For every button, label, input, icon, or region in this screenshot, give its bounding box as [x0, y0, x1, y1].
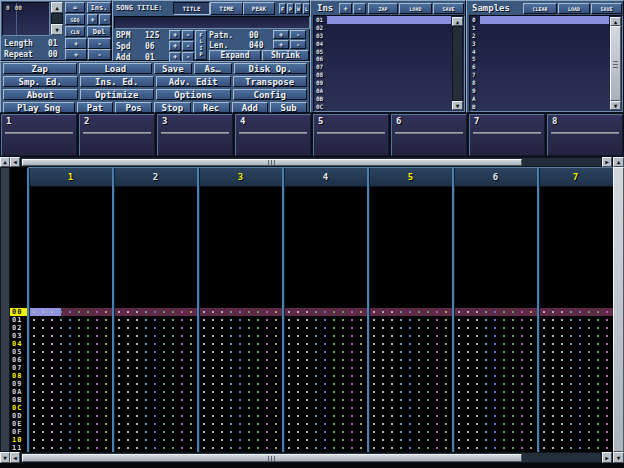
sample-list[interactable]: ▲ ▼ 0123456789AB [469, 15, 623, 112]
channel-header-3[interactable]: 3 [198, 167, 283, 187]
instrument-row-name-cell[interactable] [327, 79, 451, 87]
spd-minus-button[interactable]: - [182, 41, 194, 51]
ins-scroll-up-icon[interactable]: ▲ [452, 17, 463, 26]
right-scroll-up-icon[interactable]: ▲ [613, 157, 624, 167]
pattern-scroll-right-icon[interactable]: ▶ [602, 452, 612, 463]
samples-scroll-up-icon[interactable]: ▲ [610, 17, 621, 26]
instrument-row[interactable]: 03 [314, 32, 464, 40]
sample-row[interactable]: 5 [470, 55, 622, 63]
pattern-scroll-down-icon[interactable]: ▼ [0, 452, 10, 463]
pattern-hscrollbar-thumb[interactable] [22, 454, 522, 462]
tab-title[interactable]: TITLE [173, 2, 210, 15]
mini-button-f[interactable]: F [279, 3, 286, 14]
length-minus-button[interactable]: - [88, 38, 111, 49]
instrument-row-name-cell[interactable] [327, 55, 451, 63]
pattern-vscrollbar-thumb[interactable] [613, 167, 624, 452]
sample-row-name-cell[interactable] [480, 55, 609, 63]
shrink-button[interactable]: Shrink [262, 50, 309, 61]
spd-plus-button[interactable]: + [169, 41, 181, 51]
length-plus-button[interactable]: + [65, 38, 87, 49]
samples-save-button[interactable]: SAVE [591, 3, 622, 14]
instrument-row-name-cell[interactable] [327, 40, 451, 48]
order-assign-button[interactable]: = [65, 2, 85, 13]
samples-clear-button[interactable]: CLEAR [523, 3, 557, 14]
tab-peak[interactable]: PEAK [243, 2, 275, 15]
ins-load-button[interactable]: LOAD [399, 3, 432, 14]
order-scroll-down-icon[interactable]: ▼ [51, 24, 63, 35]
menu-button-config[interactable]: Config [233, 89, 308, 100]
menu-button-save[interactable]: Save [154, 63, 192, 74]
instrument-row-name-cell[interactable] [327, 71, 451, 79]
pattern-scroll-left-icon[interactable]: ◀ [10, 452, 20, 463]
samples-load-button[interactable]: LOAD [558, 3, 590, 14]
sample-row-name-cell[interactable] [480, 48, 609, 56]
instrument-slot-6[interactable]: 6 [391, 114, 467, 156]
ins-plus-button[interactable]: + [339, 3, 352, 14]
instrument-row-name-cell[interactable] [327, 24, 451, 32]
menu-button-load[interactable]: Load [79, 63, 153, 74]
menu-button-adv-edit[interactable]: Adv. Edit [156, 76, 231, 87]
channel-header-6[interactable]: 6 [453, 167, 538, 187]
patn-minus-button[interactable]: - [290, 30, 306, 39]
menu-button-pos[interactable]: Pos [115, 102, 152, 113]
menu-button-disk-op[interactable]: Disk Op. [234, 63, 308, 74]
channel-header-4[interactable]: 4 [283, 167, 368, 187]
instrument-row[interactable]: 0A [314, 87, 464, 95]
order-cln-button[interactable]: CLN [65, 26, 85, 37]
sample-row[interactable]: 8 [470, 79, 622, 87]
song-title-input[interactable] [114, 16, 310, 29]
sample-row[interactable]: 7 [470, 71, 622, 79]
instrument-row[interactable]: 02 [314, 24, 464, 32]
channel-header-5[interactable]: 5 [368, 167, 453, 187]
instrument-slot-5[interactable]: 5 [313, 114, 389, 156]
samples-scroll-down-icon[interactable]: ▼ [610, 101, 621, 110]
instrument-slot-8[interactable]: 8 [547, 114, 623, 156]
right-scroll-down-icon[interactable]: ▼ [613, 452, 624, 463]
pattern-hscrollbar-track[interactable] [20, 452, 602, 463]
channel-header-7[interactable]: 7 [538, 167, 613, 187]
sample-row-name-cell[interactable] [480, 40, 609, 48]
order-list[interactable]: 0 00 [2, 2, 50, 36]
instrument-row[interactable]: 04 [314, 40, 464, 48]
menu-button-about[interactable]: About [3, 89, 78, 100]
sample-row-name-cell[interactable] [480, 103, 609, 111]
sample-row-name-cell[interactable] [480, 79, 609, 87]
sample-row[interactable]: 1 [470, 24, 622, 32]
samples-scrollbar-thumb[interactable] [610, 26, 621, 101]
instrument-row-name-cell[interactable] [327, 16, 451, 24]
sample-row-name-cell[interactable] [480, 95, 609, 103]
instrument-row[interactable]: 06 [314, 55, 464, 63]
patn-plus-button[interactable]: + [273, 30, 289, 39]
slots-scrollbar-track[interactable] [20, 157, 602, 167]
menu-button-ins-ed[interactable]: Ins. Ed. [80, 76, 155, 87]
menu-button-add[interactable]: Add [232, 102, 269, 113]
slots-scroll-left-icon[interactable]: ◀ [10, 157, 20, 167]
instrument-row[interactable]: 09 [314, 79, 464, 87]
sample-row-name-cell[interactable] [480, 71, 609, 79]
sample-row-name-cell[interactable] [480, 87, 609, 95]
instrument-row-name-cell[interactable] [327, 95, 451, 103]
order-scrollbar-track[interactable] [51, 13, 63, 24]
menu-button-sub[interactable]: Sub [270, 102, 307, 113]
menu-button-rec[interactable]: Rec [193, 102, 230, 113]
order-insert-button[interactable]: Ins. [87, 2, 111, 13]
menu-button-optimize[interactable]: Optimize [80, 89, 155, 100]
ins-scroll-down-icon[interactable]: ▼ [452, 101, 463, 110]
instrument-row[interactable]: 01 [314, 16, 464, 24]
len-plus-button[interactable]: + [273, 40, 289, 49]
bpm-minus-button[interactable]: - [182, 30, 194, 40]
instrument-row-name-cell[interactable] [327, 32, 451, 40]
sample-row[interactable]: 3 [470, 40, 622, 48]
channel-header-1[interactable]: 1 [28, 167, 113, 187]
order-pattern[interactable]: 00 [15, 5, 22, 11]
mini-button-p[interactable]: P [287, 3, 294, 14]
repeat-minus-button[interactable]: - [88, 49, 111, 60]
sample-row[interactable]: 6 [470, 63, 622, 71]
expand-button[interactable]: Expand [209, 50, 261, 61]
menu-button-play-sng[interactable]: Play Sng [3, 102, 75, 113]
instrument-row[interactable]: 08 [314, 71, 464, 79]
instrument-slot-3[interactable]: 3 [157, 114, 233, 156]
flip-button[interactable]: FLIP [195, 30, 207, 60]
channel-header-2[interactable]: 2 [113, 167, 198, 187]
menu-button-smp-ed[interactable]: Smp. Ed. [3, 76, 78, 87]
